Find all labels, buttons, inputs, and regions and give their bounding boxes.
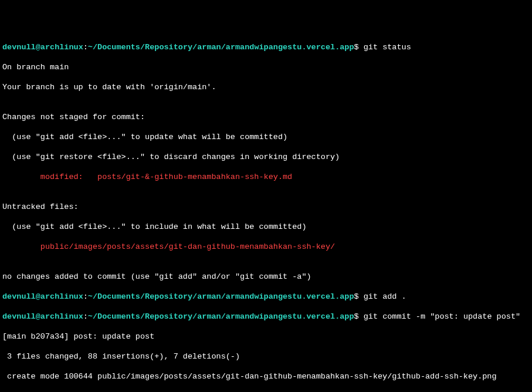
prompt-colon: : [83,292,88,301]
prompt-colon: : [83,43,88,52]
prompt-dollar: $ [354,312,359,321]
prompt-path: ~/Documents/Repository/arman/armandwipan… [88,312,354,321]
output-line: (use "git add <file>..." to include in w… [2,222,530,232]
prompt-user: devnull [2,43,36,52]
prompt-at: @ [36,312,40,321]
prompt-path: ~/Documents/Repository/arman/armandwipan… [88,43,354,52]
command-text: git status [359,43,411,52]
prompt-colon: : [83,312,88,321]
output-line: (use "git restore <file>..." to discard … [2,152,530,162]
modified-file: modified: posts/git-&-github-menambahkan… [2,172,530,182]
output-line: no changes added to commit (use "git add… [2,272,530,282]
terminal-output[interactable]: devnull@archlinux:~/Documents/Repository… [2,42,530,392]
command-text: git add . [359,292,406,301]
prompt-line: devnull@archlinux:~/Documents/Repository… [2,312,530,322]
output-line: On branch main [2,62,530,72]
output-line: 3 files changed, 88 insertions(+), 7 del… [2,352,530,361]
prompt-at: @ [36,43,40,52]
output-line: (use "git add <file>..." to update what … [2,132,530,142]
prompt-path: ~/Documents/Repository/arman/armandwipan… [88,292,354,301]
prompt-dollar: $ [354,292,359,301]
untracked-file: public/images/posts/assets/git-dan-githu… [2,242,530,252]
prompt-at: @ [36,292,40,301]
prompt-host: archlinux [40,292,83,301]
output-line: Your branch is up to date with 'origin/m… [2,82,530,92]
output-line: [main b207a34] post: update post [2,332,530,342]
output-line: create mode 100644 public/images/posts/a… [2,371,530,381]
prompt-dollar: $ [354,43,359,52]
prompt-user: devnull [2,312,36,321]
prompt-host: archlinux [40,43,83,52]
prompt-host: archlinux [40,312,83,321]
output-line: Untracked files: [2,202,530,212]
prompt-line: devnull@archlinux:~/Documents/Repository… [2,292,530,302]
prompt-user: devnull [2,292,36,301]
prompt-line: devnull@archlinux:~/Documents/Repository… [2,42,530,52]
output-line: Changes not staged for commit: [2,112,530,122]
command-text: git commit -m "post: update post" [359,312,520,321]
